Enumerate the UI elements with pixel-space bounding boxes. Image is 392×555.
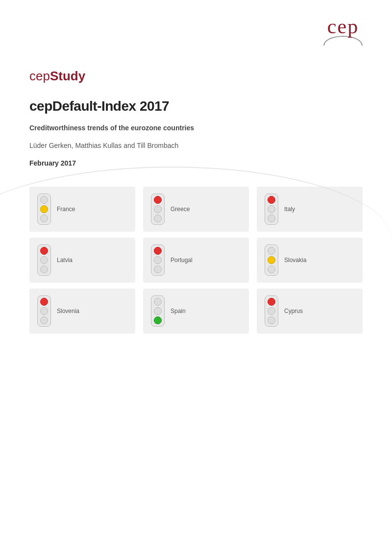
grid-cell-spain: Spain — [143, 289, 249, 334]
light-bottom — [40, 215, 48, 222]
grid-cell-slovakia: Slovakia — [257, 238, 363, 283]
brand-study: Study — [50, 69, 85, 83]
main-title: cepDefault-Index 2017 — [29, 98, 363, 114]
light-bottom — [40, 265, 48, 273]
country-label: Slovenia — [57, 308, 79, 314]
country-label: France — [57, 206, 75, 213]
grid-cell-italy: Italy — [257, 187, 363, 232]
traffic-light-france — [37, 193, 51, 225]
light-middle — [154, 205, 162, 213]
grid-cell-greece: Greece — [143, 187, 249, 232]
traffic-light-slovenia — [37, 295, 51, 327]
logo-text: cep — [323, 15, 363, 38]
subtitle: Creditworthiness trends of the eurozone … — [29, 124, 363, 132]
country-label: Slovakia — [284, 257, 306, 264]
traffic-light-portugal — [151, 244, 165, 276]
traffic-light-italy — [265, 193, 278, 225]
light-middle — [40, 307, 48, 315]
light-bottom — [268, 215, 275, 222]
traffic-light-cyprus — [265, 295, 278, 327]
light-top — [154, 247, 162, 255]
light-top — [154, 196, 162, 204]
light-middle — [154, 307, 162, 315]
traffic-light-grid: FranceGreeceItalyLatviaPortugalSlovakiaS… — [0, 187, 392, 334]
logo-area: cep — [323, 15, 363, 46]
light-top — [40, 247, 48, 255]
traffic-light-greece — [151, 193, 165, 225]
grid-row-2: SloveniaSpainCyprus — [29, 289, 363, 334]
light-top — [268, 247, 275, 255]
country-label: Spain — [171, 308, 186, 314]
light-middle — [268, 205, 275, 213]
country-label: Cyprus — [284, 308, 303, 314]
traffic-light-spain — [151, 295, 165, 327]
light-bottom — [268, 316, 275, 324]
brand-cep: cep — [29, 69, 50, 83]
grid-cell-france: France — [29, 187, 135, 232]
light-middle — [268, 256, 275, 264]
traffic-light-slovakia — [265, 244, 278, 276]
grid-cell-slovenia: Slovenia — [29, 289, 135, 334]
country-label: Latvia — [57, 257, 73, 264]
light-middle — [40, 205, 48, 213]
light-bottom — [154, 215, 162, 222]
authors: Lüder Gerken, Matthias Kullas and Till B… — [29, 142, 363, 149]
country-label: Italy — [284, 206, 295, 213]
light-top — [40, 298, 48, 306]
grid-cell-cyprus: Cyprus — [257, 289, 363, 334]
date: February 2017 — [29, 159, 363, 167]
grid-cell-portugal: Portugal — [143, 238, 249, 283]
country-label: Greece — [171, 206, 190, 213]
grid-row-1: LatviaPortugalSlovakia — [29, 238, 363, 283]
brand-label: cepStudy — [29, 69, 363, 84]
country-label: Portugal — [171, 257, 193, 264]
light-top — [40, 196, 48, 204]
light-top — [268, 298, 275, 306]
light-middle — [268, 307, 275, 315]
traffic-light-latvia — [37, 244, 51, 276]
grid-cell-latvia: Latvia — [29, 238, 135, 283]
light-bottom — [40, 316, 48, 324]
light-middle — [40, 256, 48, 264]
light-bottom — [154, 265, 162, 273]
grid-row-0: FranceGreeceItaly — [29, 187, 363, 232]
light-bottom — [154, 316, 162, 324]
light-top — [268, 196, 275, 204]
light-middle — [154, 256, 162, 264]
light-top — [154, 298, 162, 306]
light-bottom — [268, 265, 275, 273]
